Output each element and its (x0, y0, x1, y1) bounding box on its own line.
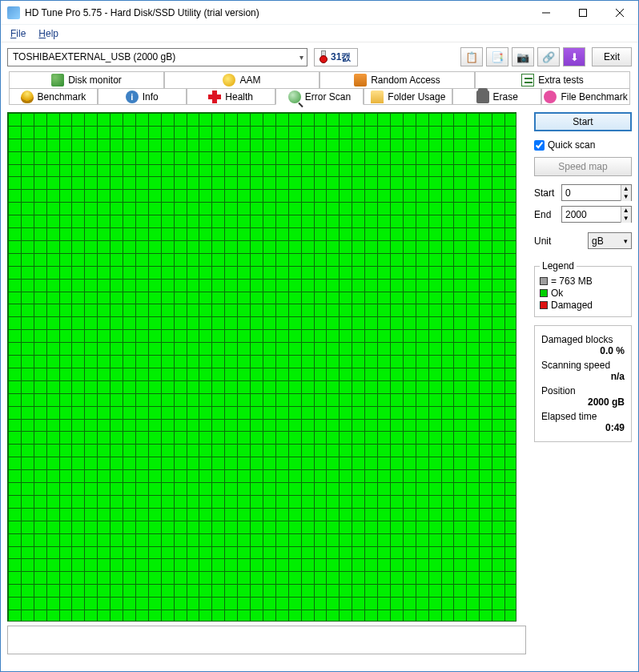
download-arrow-icon: ⬇ (570, 51, 579, 63)
maximize-button[interactable] (565, 1, 601, 25)
health-cross-icon (208, 91, 221, 103)
stats-box: Damaged blocks 0.0 % Scanning speed n/a … (534, 325, 632, 442)
left-column (7, 112, 526, 665)
minimize-icon (542, 9, 550, 17)
drive-dropdown[interactable]: TOSHIBAEXTERNAL_USB (2000 gB) ▾ (7, 48, 307, 66)
status-output (7, 626, 526, 654)
spinner-arrows: ▲ ▼ (621, 185, 631, 201)
app-window: HD Tune Pro 5.75 - Hard Disk/SSD Utility… (0, 0, 639, 672)
scanning-speed-value: n/a (541, 371, 625, 382)
close-icon (616, 9, 624, 17)
random-icon (354, 74, 367, 87)
end-field-row: End ▲ ▼ (534, 206, 632, 223)
tab-label: Error Scan (305, 91, 351, 103)
unit-value: gB (592, 235, 604, 247)
tab-random-access[interactable]: Random Access (320, 71, 475, 88)
spin-up-icon[interactable]: ▲ (621, 207, 631, 215)
end-input[interactable] (562, 209, 621, 220)
legend-title: Legend (540, 260, 577, 272)
copy-data-button[interactable]: 📑 (486, 47, 508, 66)
exit-label: Exit (604, 51, 620, 62)
position-value: 2000 gB (541, 396, 625, 408)
legend-block-label: = 763 MB (551, 276, 593, 287)
unit-dropdown[interactable]: gB ▾ (588, 232, 632, 249)
spin-up-icon[interactable]: ▲ (621, 185, 631, 193)
tab-row-bottom: Benchmark iInfo Health Error Scan Folder… (9, 88, 630, 105)
menu-bar: File Help (1, 25, 638, 42)
copy-text-icon: 📋 (465, 51, 478, 63)
tab-folder-usage[interactable]: Folder Usage (364, 88, 452, 105)
trash-icon (476, 91, 489, 103)
legend-damaged-label: Damaged (551, 300, 593, 311)
tab-file-benchmark[interactable]: File Benchmark (541, 88, 630, 105)
thermometer-icon (318, 50, 328, 63)
title-bar: HD Tune Pro 5.75 - Hard Disk/SSD Utility… (1, 1, 638, 25)
window-controls (528, 1, 638, 25)
end-spinner: ▲ ▼ (561, 206, 632, 223)
position-label: Position (541, 385, 625, 396)
legend-box: Legend = 763 MB Ok Damaged (534, 260, 632, 317)
file-bench-icon (544, 91, 557, 103)
speaker-icon (223, 74, 235, 87)
quick-scan-row: Quick scan (534, 139, 632, 151)
speed-map-button[interactable]: Speed map (534, 157, 632, 176)
tab-label: Folder Usage (388, 91, 445, 103)
screenshot-button[interactable]: 📷 (512, 47, 534, 66)
legend-swatch-damaged (540, 301, 548, 309)
content-area: Start Quick scan Speed map Start ▲ ▼ (1, 105, 638, 671)
tab-label: Erase (493, 91, 518, 103)
tab-info[interactable]: iInfo (98, 88, 187, 105)
tab-extra-tests[interactable]: Extra tests (475, 71, 630, 88)
spin-down-icon[interactable]: ▼ (621, 193, 631, 201)
unit-label: Unit (534, 235, 585, 247)
chevron-down-icon: ▾ (624, 237, 628, 245)
damaged-blocks-label: Damaged blocks (541, 334, 625, 345)
elapsed-time-label: Elapsed time (541, 411, 625, 422)
elapsed-time-value: 0:49 (541, 422, 625, 433)
close-button[interactable] (601, 1, 638, 25)
tab-benchmark[interactable]: Benchmark (9, 88, 98, 105)
tab-erase[interactable]: Erase (452, 88, 541, 105)
tab-aam[interactable]: AAM (164, 71, 320, 88)
copy-data-icon: 📑 (491, 51, 504, 63)
tab-strip: Disk monitor AAM Random Access Extra tes… (1, 71, 638, 105)
damaged-blocks-value: 0.0 % (541, 345, 625, 356)
start-button[interactable]: Start (534, 112, 632, 131)
tab-error-scan[interactable]: Error Scan (275, 88, 364, 105)
end-field-label: End (534, 209, 558, 220)
folder-icon (371, 91, 384, 103)
tab-label: AAM (239, 74, 260, 86)
minimize-button[interactable] (528, 1, 565, 25)
start-field-row: Start ▲ ▼ (534, 184, 632, 201)
speed-map-label: Speed map (558, 161, 607, 172)
unit-row: Unit gB ▾ (534, 232, 632, 249)
quick-scan-checkbox[interactable] (534, 140, 545, 151)
tab-label: Extra tests (538, 74, 584, 86)
save-button[interactable]: ⬇ (563, 47, 585, 66)
menu-file[interactable]: File (6, 26, 30, 41)
legend-ok-row: Ok (540, 288, 626, 299)
copy-text-button[interactable]: 📋 (460, 47, 483, 66)
legend-block-row: = 763 MB (540, 276, 626, 287)
tab-health[interactable]: Health (187, 88, 275, 105)
tab-label: Disk monitor (68, 74, 122, 86)
info-icon: i (126, 91, 139, 103)
tab-label: Benchmark (38, 91, 86, 103)
exit-button[interactable]: Exit (592, 47, 632, 66)
start-input[interactable] (562, 187, 621, 199)
spin-down-icon[interactable]: ▼ (621, 215, 631, 223)
legend-swatch-ok (540, 289, 548, 297)
tab-label: File Benchmark (561, 91, 627, 103)
toolbar: TOSHIBAEXTERNAL_USB (2000 gB) ▾ 31캜 📋 📑 … (1, 42, 638, 71)
legend-damaged-row: Damaged (540, 300, 626, 311)
drive-dropdown-value: TOSHIBAEXTERNAL_USB (2000 gB) (13, 51, 175, 62)
temperature-readout[interactable]: 31캜 (314, 48, 358, 66)
menu-help[interactable]: Help (34, 26, 63, 41)
temperature-value: 31캜 (331, 50, 351, 64)
options-button[interactable]: 🔗 (537, 47, 560, 66)
list-icon (521, 74, 534, 87)
tab-disk-monitor[interactable]: Disk monitor (9, 71, 164, 88)
start-field-label: Start (534, 187, 558, 199)
right-column: Start Quick scan Speed map Start ▲ ▼ (534, 112, 632, 665)
maximize-icon (579, 9, 587, 17)
